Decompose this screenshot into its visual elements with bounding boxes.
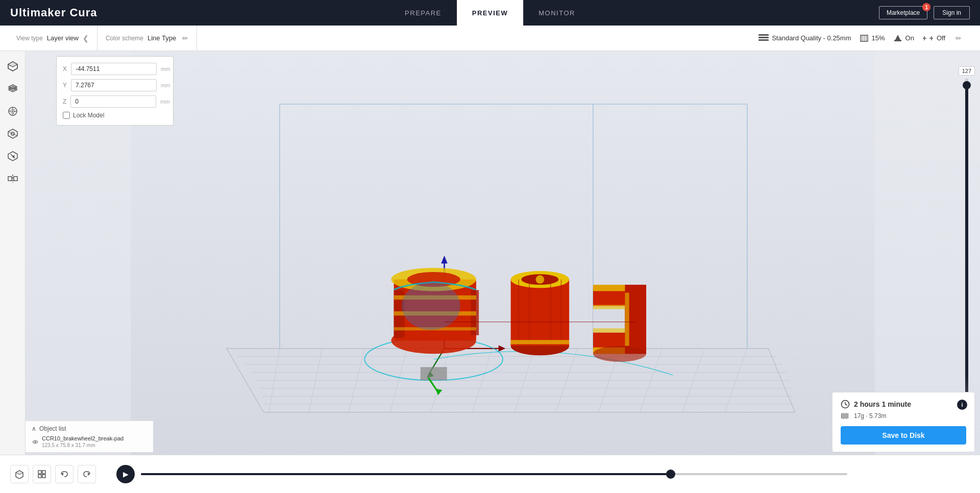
solid-view-icon (7, 60, 19, 72)
material-icon (841, 412, 850, 420)
print-material-value: 17g · 5.73m (854, 412, 886, 420)
signin-button[interactable]: Sign in (934, 6, 970, 19)
lock-checkbox[interactable] (63, 112, 70, 119)
object-dims: 123.5 x 75.8 x 31.7 mm (42, 442, 124, 448)
save-to-disk-button[interactable]: Save to Disk (841, 426, 966, 445)
fit-view-button[interactable] (33, 465, 51, 483)
xray-icon (7, 105, 19, 117)
adhesion-value: Off (937, 34, 945, 42)
main-area: X mm Y mm Z mm Lock Model 127 (0, 51, 980, 493)
object-list-label: Object list (39, 425, 66, 432)
sidebar-tool-scale[interactable] (3, 146, 23, 166)
marketplace-label: Marketplace (887, 9, 920, 16)
play-button[interactable]: ▶ (116, 465, 135, 483)
quality-icon (758, 34, 769, 42)
quality-section: Standard Quality - 0.25mm 15% On (748, 26, 972, 51)
header-right: Marketplace 1 Sign in (879, 6, 970, 19)
svg-point-88 (536, 275, 545, 284)
print-time: 2 hours 1 minute (841, 400, 966, 409)
redo-icon (82, 470, 91, 479)
support-icon (893, 34, 902, 43)
toolbar: View type Layer view ❮ Color scheme Line… (0, 26, 980, 51)
svg-marker-17 (9, 86, 17, 90)
mirror-icon (7, 172, 19, 185)
z-input[interactable] (70, 95, 156, 108)
x-unit: mm (161, 66, 170, 72)
bottom-toolbar: ▶ (0, 455, 980, 493)
left-sidebar (0, 51, 26, 493)
marketplace-badge: 1 (922, 3, 930, 11)
svg-line-102 (845, 404, 847, 405)
svg-point-97 (593, 346, 646, 362)
x-input[interactable] (71, 63, 157, 75)
svg-marker-8 (895, 35, 900, 40)
sidebar-tool-rotate[interactable] (3, 124, 23, 144)
svg-marker-109 (16, 471, 23, 475)
object-link-icon (32, 438, 39, 446)
scrubber-track[interactable] (141, 473, 847, 475)
bottom-tools-left (10, 465, 96, 483)
info-icon[interactable]: i (957, 400, 967, 410)
undo-button[interactable] (55, 465, 74, 483)
svg-marker-29 (8, 177, 12, 181)
svg-rect-1 (758, 37, 769, 38)
infill-icon (860, 34, 869, 42)
undo-icon (60, 470, 69, 479)
marketplace-button[interactable]: Marketplace 1 (879, 6, 927, 19)
viewport[interactable]: X mm Y mm Z mm Lock Model 127 (26, 51, 980, 493)
timeline-scrubber: ▶ (96, 465, 868, 483)
tab-preview[interactable]: PREVIEW (457, 0, 523, 26)
tab-monitor[interactable]: MONITOR (523, 0, 591, 26)
home-view-button[interactable] (10, 465, 29, 483)
view-type-chevron[interactable]: ❮ (83, 34, 89, 42)
layer-view-icon (7, 83, 19, 95)
print-time-value: 2 hours 1 minute (854, 400, 911, 408)
sidebar-tool-xray[interactable] (3, 101, 23, 121)
svg-rect-80 (511, 280, 569, 346)
y-coord-row: Y mm (63, 79, 167, 91)
color-scheme-edit-icon[interactable]: ✏ (182, 34, 188, 42)
quality-item: Standard Quality - 0.25mm (758, 34, 851, 42)
sidebar-tool-mirror[interactable] (3, 168, 23, 189)
sidebar-tool-layer[interactable] (3, 79, 23, 99)
svg-rect-0 (758, 34, 769, 36)
tab-prepare[interactable]: PREPARE (389, 0, 457, 26)
y-label: Y (63, 82, 67, 89)
object-details: CCR10_brakewheel2_break-pad 123.5 x 75.8… (42, 435, 124, 448)
view-type-section: View type Layer view ❮ (8, 26, 97, 51)
support-item: On (893, 34, 914, 43)
x-coord-row: X mm (63, 63, 167, 75)
logo-text-light: Ultimaker (10, 6, 66, 19)
svg-point-75 (402, 282, 460, 330)
lock-label: Lock Model (73, 112, 104, 119)
logo-text-bold: Cura (66, 6, 97, 19)
infill-value: 15% (872, 34, 885, 42)
object2 (511, 271, 569, 355)
object-list-panel: ∧ Object list CCR10_brakewheel2_break-pa… (26, 421, 153, 452)
object-list-header[interactable]: ∧ Object list (32, 425, 147, 432)
cube-icon (15, 470, 24, 479)
infill-item: 15% (860, 34, 885, 42)
support-value: On (905, 34, 914, 42)
print-material: 17g · 5.73m (841, 412, 966, 420)
scrubber-thumb[interactable] (666, 470, 675, 479)
adhesion-icon (922, 34, 934, 43)
svg-rect-94 (625, 293, 629, 346)
svg-rect-112 (38, 475, 41, 478)
clock-icon (841, 400, 850, 409)
svg-rect-96 (593, 328, 625, 332)
object-name: CCR10_brakewheel2_break-pad (42, 435, 124, 441)
y-input[interactable] (71, 79, 157, 91)
z-coord-row: Z mm (63, 95, 167, 108)
svg-rect-110 (38, 471, 41, 474)
quality-edit-icon[interactable]: ✏ (955, 34, 962, 42)
z-label: Z (63, 98, 66, 105)
scrubber-fill (141, 473, 671, 475)
svg-rect-113 (42, 475, 45, 478)
lock-row: Lock Model (63, 112, 167, 119)
rotate-icon (7, 128, 19, 140)
color-scheme-section: Color scheme Line Type ✏ (97, 26, 197, 51)
sidebar-tool-solid[interactable] (3, 56, 23, 77)
redo-button[interactable] (78, 465, 96, 483)
object-item: CCR10_brakewheel2_break-pad 123.5 x 75.8… (32, 435, 147, 448)
